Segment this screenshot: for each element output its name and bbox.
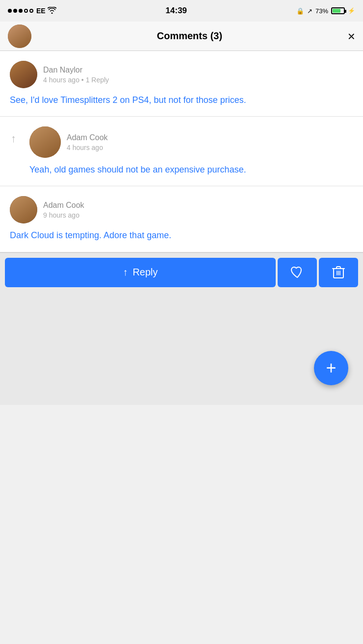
header: Comments (3) × — [0, 22, 363, 51]
close-button[interactable]: × — [348, 30, 355, 43]
comment-info: Dan Naylor 4 hours ago • 1 Reply — [43, 66, 109, 84]
status-right: 🔒 ↗ 73% ⚡ — [296, 7, 355, 15]
reply-avatar-adam — [29, 126, 61, 158]
delete-button[interactable] — [319, 258, 358, 287]
reply-arrow-icon: ↑ — [11, 132, 16, 145]
comment-meta: Dan Naylor 4 hours ago • 1 Reply — [10, 61, 353, 88]
reply-button-label: Reply — [132, 267, 157, 278]
reply-item: ↑ Adam Cook 4 hours ago Yeah, old games … — [0, 117, 363, 186]
plus-icon: + — [326, 358, 336, 378]
dot-4 — [24, 9, 28, 13]
add-comment-button[interactable]: + — [314, 351, 348, 385]
comment-author: Dan Naylor — [43, 66, 109, 74]
comment-3-time: 9 hours ago — [43, 211, 84, 219]
comment-time: 4 hours ago • 1 Reply — [43, 76, 109, 84]
reply-meta: Adam Cook 4 hours ago — [29, 126, 353, 158]
comment-text: See, I'd love Timesplitters 2 on PS4, bu… — [10, 94, 353, 106]
battery-icon — [331, 7, 345, 14]
charging-icon: ⚡ — [348, 7, 355, 14]
like-button[interactable] — [278, 258, 317, 287]
status-left: EE — [8, 7, 56, 15]
wifi-icon — [48, 7, 56, 15]
status-time: 14:39 — [166, 6, 187, 16]
action-bar: ↑ Reply — [0, 252, 363, 292]
bottom-area: + — [0, 292, 363, 405]
location-icon: ↗ — [307, 7, 312, 15]
reply-button[interactable]: ↑ Reply — [5, 258, 276, 287]
comment-3-text: Dark Cloud is tempting. Adore that game. — [10, 229, 353, 242]
dot-3 — [19, 9, 23, 13]
battery-percent: 73% — [315, 7, 328, 15]
trash-icon — [332, 266, 345, 279]
page-title: Comments (3) — [157, 30, 222, 42]
reply-arrow-btn-icon: ↑ — [123, 267, 128, 278]
reply-time: 4 hours ago — [67, 144, 108, 151]
dot-5 — [29, 9, 33, 13]
heart-icon — [290, 266, 304, 279]
dot-1 — [8, 9, 12, 13]
reply-text: Yeah, old games should not be an expensi… — [29, 164, 353, 176]
header-avatar — [8, 25, 31, 48]
comment-3-meta: Adam Cook 9 hours ago — [10, 196, 353, 223]
comment-avatar-dan — [10, 61, 37, 88]
lock-icon: 🔒 — [296, 7, 304, 15]
comment-item-3: Adam Cook 9 hours ago Dark Cloud is temp… — [0, 186, 363, 252]
reply-info: Adam Cook 4 hours ago — [67, 133, 108, 151]
comments-list: Dan Naylor 4 hours ago • 1 Reply See, I'… — [0, 51, 363, 252]
comment-avatar-adam2 — [10, 196, 37, 223]
reply-author: Adam Cook — [67, 133, 108, 142]
carrier-label: EE — [36, 7, 46, 15]
signal-dots — [8, 9, 33, 13]
comment-3-author: Adam Cook — [43, 201, 84, 210]
comment-3-info: Adam Cook 9 hours ago — [43, 201, 84, 219]
status-bar: EE 14:39 🔒 ↗ 73% ⚡ — [0, 0, 363, 22]
dot-2 — [13, 9, 17, 13]
comment-item: Dan Naylor 4 hours ago • 1 Reply See, I'… — [0, 51, 363, 117]
